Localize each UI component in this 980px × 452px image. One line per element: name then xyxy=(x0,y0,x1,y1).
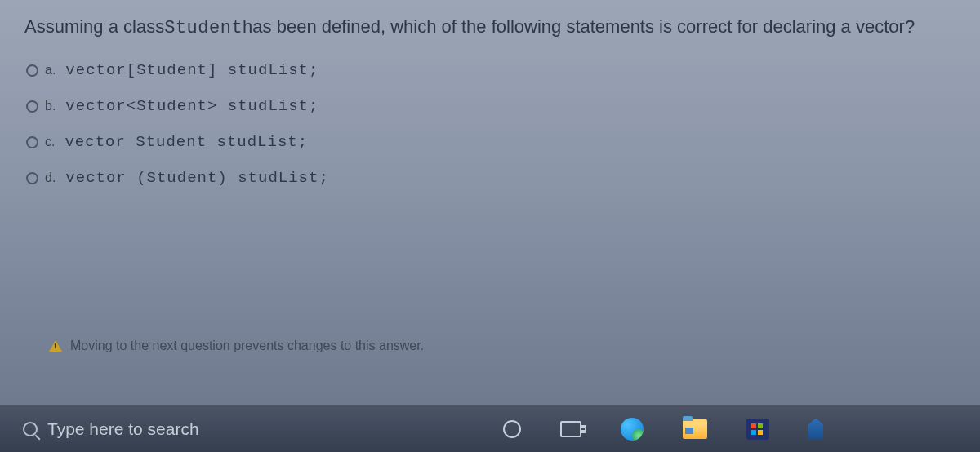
question-classname: Student xyxy=(164,18,243,38)
option-code: vector (Student) studList; xyxy=(65,169,328,187)
option-code: vector<Student> studList; xyxy=(65,97,318,115)
taskbar: Type here to search xyxy=(0,405,980,452)
question-suffix: has been defined, which of the following… xyxy=(243,16,915,37)
option-b[interactable]: b. vector<Student> studList; xyxy=(26,97,956,115)
question-prefix: Assuming a class xyxy=(24,16,164,37)
options-list: a. vector[Student] studList; b. vector<S… xyxy=(26,61,956,187)
search-box[interactable]: Type here to search xyxy=(13,414,405,444)
search-icon xyxy=(23,422,38,436)
app-icon[interactable] xyxy=(808,419,823,440)
option-letter: a. xyxy=(45,63,56,78)
warning-notice: Moving to the next question prevents cha… xyxy=(49,339,424,353)
option-c[interactable]: c. vector Student studList; xyxy=(26,133,956,151)
taskview-icon[interactable] xyxy=(560,421,581,437)
option-code: vector Student studList; xyxy=(65,133,308,151)
radio-icon[interactable] xyxy=(26,64,38,77)
radio-icon[interactable] xyxy=(26,136,38,148)
radio-icon[interactable] xyxy=(26,100,38,113)
option-a[interactable]: a. vector[Student] studList; xyxy=(26,61,956,79)
search-placeholder: Type here to search xyxy=(47,419,199,439)
option-letter: b. xyxy=(45,99,56,113)
option-d[interactable]: d. vector (Student) studList; xyxy=(26,169,956,187)
option-letter: c. xyxy=(45,135,55,149)
radio-icon[interactable] xyxy=(26,172,38,184)
edge-icon[interactable] xyxy=(621,418,644,441)
taskbar-icons xyxy=(503,418,823,441)
microsoft-store-icon[interactable] xyxy=(746,419,769,440)
warning-icon xyxy=(49,340,62,352)
question-text: Assuming a classStudenthas been defined,… xyxy=(24,16,956,38)
option-letter: d. xyxy=(45,171,56,185)
cortana-icon[interactable] xyxy=(503,420,521,438)
option-code: vector[Student] studList; xyxy=(65,61,318,79)
warning-text: Moving to the next question prevents cha… xyxy=(70,339,424,353)
file-explorer-icon[interactable] xyxy=(683,419,707,439)
quiz-content: Assuming a classStudenthas been defined,… xyxy=(0,0,980,187)
